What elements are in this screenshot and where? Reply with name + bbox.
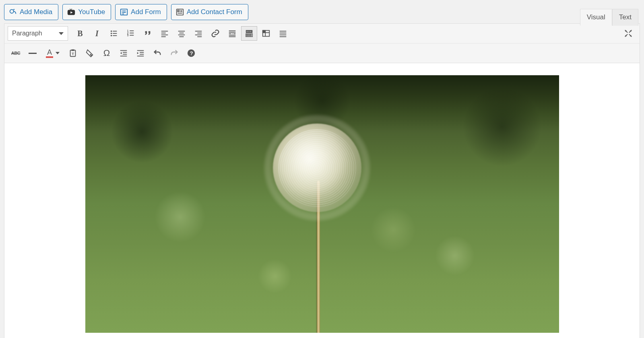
format-select[interactable]: Paragraph [8, 26, 68, 41]
svg-rect-41 [229, 35, 236, 36]
svg-rect-19 [130, 31, 134, 31]
svg-rect-25 [161, 33, 166, 33]
svg-rect-63 [123, 52, 127, 53]
content-inner [85, 75, 559, 333]
contact-form-icon [175, 8, 184, 16]
format-select-label: Paragraph [12, 30, 42, 37]
indent-button[interactable] [132, 46, 149, 60]
svg-rect-62 [120, 50, 127, 51]
svg-rect-46 [250, 31, 252, 33]
blockquote-button[interactable] [140, 26, 156, 41]
svg-rect-45 [248, 31, 250, 33]
svg-rect-68 [140, 54, 144, 55]
svg-rect-27 [161, 36, 166, 37]
toolbar-row-1: Paragraph B I 123 [4, 24, 640, 43]
tab-visual[interactable]: Visual [580, 9, 612, 26]
svg-text:?: ? [190, 50, 193, 56]
svg-rect-33 [197, 33, 202, 33]
toolbar: Paragraph B I 123 [4, 23, 640, 63]
special-char-button[interactable]: Ω [99, 46, 115, 60]
svg-rect-49 [248, 35, 250, 36]
form-icon [120, 8, 128, 16]
editor-tabs: Visual Text [580, 9, 638, 26]
ordered-list-button[interactable]: 123 [123, 26, 139, 41]
strikethrough-button[interactable]: ABC [8, 46, 24, 60]
svg-rect-56 [280, 33, 287, 33]
add-media-label: Add Media [20, 8, 52, 16]
svg-text:3: 3 [127, 34, 129, 37]
svg-point-1 [13, 9, 14, 10]
add-form-label: Add Form [131, 8, 161, 16]
svg-rect-55 [280, 31, 287, 32]
svg-rect-13 [113, 31, 117, 32]
dandelion-seedhead [273, 124, 361, 212]
svg-rect-26 [161, 35, 168, 35]
svg-rect-30 [178, 35, 185, 35]
svg-rect-37 [229, 32, 236, 33]
table-button[interactable] [258, 26, 274, 41]
italic-button[interactable]: I [89, 26, 105, 41]
svg-rect-58 [280, 36, 287, 37]
clear-formatting-button[interactable] [82, 46, 98, 60]
svg-rect-50 [250, 35, 252, 36]
svg-rect-8 [178, 10, 179, 12]
svg-rect-35 [197, 36, 202, 37]
text-color-button[interactable]: A [41, 46, 64, 60]
svg-rect-60 [71, 49, 74, 51]
toolbar-row-2: ABC A T Ω [4, 43, 640, 63]
media-buttons-row: Add Media YouTube Add Form Add Contact F… [4, 4, 640, 20]
readmore-button[interactable] [224, 26, 240, 41]
tab-text[interactable]: Text [612, 9, 638, 26]
justify-button[interactable] [275, 26, 291, 41]
content-image[interactable] [85, 75, 559, 333]
youtube-icon [67, 8, 76, 16]
svg-rect-34 [195, 35, 202, 35]
media-icon [8, 8, 17, 16]
svg-rect-54 [263, 31, 265, 33]
redo-button[interactable] [166, 46, 182, 60]
svg-rect-15 [113, 33, 117, 34]
youtube-label: YouTube [78, 8, 105, 16]
svg-rect-67 [140, 52, 144, 53]
svg-rect-39 [232, 33, 233, 34]
svg-rect-38 [229, 33, 231, 34]
undo-button[interactable] [149, 46, 165, 60]
svg-rect-69 [137, 56, 144, 56]
paste-text-button[interactable]: T [65, 46, 81, 60]
align-center-button[interactable] [173, 26, 190, 41]
svg-rect-66 [137, 50, 144, 51]
bold-button[interactable]: B [72, 26, 88, 41]
add-contact-form-label: Add Contact Form [187, 8, 242, 16]
svg-rect-42 [229, 36, 236, 37]
svg-rect-17 [113, 35, 117, 36]
svg-rect-31 [180, 36, 184, 37]
svg-point-14 [111, 33, 112, 34]
svg-rect-29 [180, 33, 184, 33]
editor-content-area[interactable] [4, 63, 640, 338]
toolbar-toggle-button[interactable] [241, 26, 257, 41]
svg-rect-36 [229, 31, 236, 31]
svg-text:T: T [72, 52, 74, 56]
svg-rect-40 [233, 33, 236, 34]
caret-down-icon [56, 52, 60, 54]
hr-icon [29, 53, 37, 54]
add-form-button[interactable]: Add Form [115, 4, 167, 20]
align-right-button[interactable] [190, 26, 206, 41]
align-left-button[interactable] [157, 26, 173, 41]
svg-rect-23 [130, 35, 134, 36]
help-button[interactable]: ? [183, 46, 199, 60]
horizontal-rule-button[interactable] [25, 46, 41, 60]
svg-rect-64 [123, 54, 127, 55]
youtube-button[interactable]: YouTube [62, 4, 111, 20]
svg-point-12 [111, 31, 112, 32]
add-media-button[interactable]: Add Media [4, 4, 58, 20]
bullet-list-button[interactable] [106, 26, 122, 41]
svg-point-16 [111, 35, 112, 37]
outdent-button[interactable] [116, 46, 132, 60]
add-contact-form-button[interactable]: Add Contact Form [171, 4, 248, 20]
link-button[interactable] [207, 26, 223, 41]
text-color-icon: A [46, 49, 53, 58]
svg-rect-57 [280, 35, 287, 35]
caret-down-icon [59, 32, 64, 35]
fullscreen-button[interactable] [621, 26, 636, 41]
